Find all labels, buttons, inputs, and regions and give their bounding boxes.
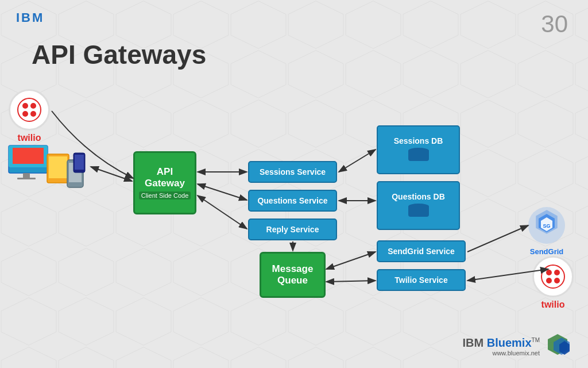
twilio-left-logo: twilio (9, 89, 50, 143)
sendgrid-service-box: SendGrid Service (377, 240, 466, 262)
questions-service-box: Questions Service (248, 190, 337, 212)
reply-service-box: Reply Service (248, 218, 337, 240)
svg-rect-2 (13, 148, 44, 164)
svg-point-23 (554, 270, 560, 275)
svg-point-15 (30, 111, 36, 117)
svg-point-14 (22, 111, 28, 117)
svg-rect-3 (23, 173, 30, 178)
svg-point-25 (554, 278, 560, 283)
ibm-logo: IBM (16, 10, 44, 25)
message-queue-box: Message Queue (260, 252, 326, 298)
page-number: 30 (541, 10, 568, 38)
api-gateway-subtitle: Client Side Code (139, 191, 191, 200)
svg-point-12 (22, 103, 28, 109)
svg-text:SG: SG (543, 223, 550, 229)
svg-point-13 (30, 103, 36, 109)
questions-db-box: Questions DB (377, 181, 460, 230)
bluemix-url: www.bluemix.net (463, 350, 540, 356)
twilio-left-label: twilio (9, 133, 50, 143)
mix-text: mix (512, 336, 531, 349)
blue-text: Blue (487, 336, 512, 349)
svg-point-21 (541, 265, 564, 288)
sendgrid-logo: SG SendGrid (527, 206, 566, 256)
slide-title: API Gateways (32, 39, 206, 70)
devices-group (6, 143, 86, 189)
svg-point-11 (18, 98, 41, 121)
svg-rect-4 (17, 178, 36, 179)
twilio-service-box: Twilio Service (377, 269, 466, 291)
svg-rect-10 (75, 155, 84, 170)
svg-point-22 (546, 270, 552, 275)
twilio-right-label: twilio (532, 300, 574, 310)
sessions-service-box: Sessions Service (248, 161, 337, 183)
sendgrid-brand-label: SendGrid (527, 247, 566, 256)
api-gateway-box: API Gateway Client Side Code (133, 151, 196, 214)
ibm-bluemix-logo: IBM BluemixTM www.bluemix.net (463, 333, 571, 359)
svg-rect-6 (49, 156, 67, 178)
svg-point-24 (546, 278, 552, 283)
sessions-db-box: Sessions DB (377, 125, 460, 174)
ibm-text: IBM (463, 336, 487, 349)
twilio-right-logo: twilio (532, 256, 574, 310)
api-gateway-title: API Gateway (145, 166, 185, 190)
